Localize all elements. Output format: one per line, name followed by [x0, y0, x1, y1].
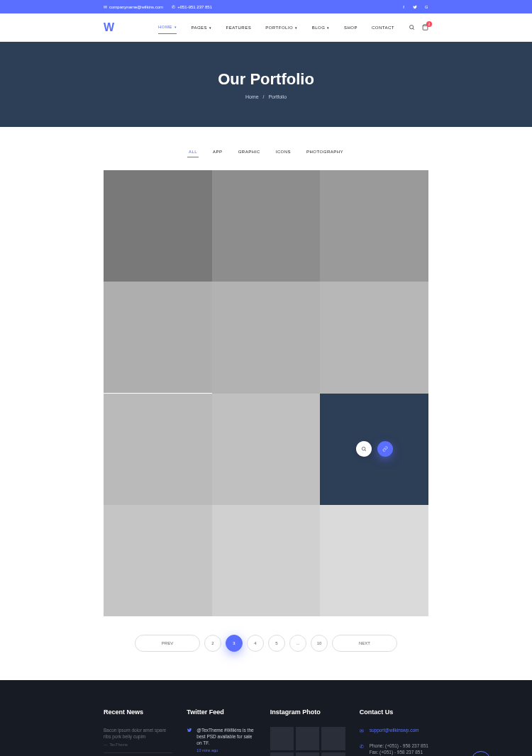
topbar-email[interactable]: ✉ companyname@wilkins.com [104, 4, 163, 9]
filter-graphic[interactable]: GRAPHIC [237, 147, 262, 157]
logo[interactable]: W [104, 21, 114, 34]
footer-contact-title: Contact Us [360, 708, 428, 716]
topbar-phone[interactable]: ✆ +051-951 237 851 [172, 4, 212, 9]
chevron-down-icon: ▾ [174, 25, 177, 29]
portfolio-filters: ALL APP GRAPHIC ICONS PHOTOGRAPHY [0, 127, 532, 170]
svg-line-4 [365, 450, 366, 451]
nav-pages[interactable]: PAGES▾ [191, 21, 211, 34]
portfolio-grid [104, 170, 428, 616]
portfolio-item[interactable] [320, 505, 428, 616]
footer-twitter: Twitter Feed @TexTheme #Wilkins is the b… [187, 708, 255, 756]
portfolio-item[interactable] [320, 282, 428, 393]
mail-icon: ✉ [104, 4, 107, 9]
svg-point-0 [410, 26, 414, 29]
footer-contact: Contact Us ✉ support@wilkinswp.com ✆ Pho… [360, 708, 428, 756]
footer: Recent News Bacon ipsum dolor amet spare… [0, 680, 532, 756]
filter-app[interactable]: APP [211, 147, 224, 157]
nav-shop[interactable]: SHOP [344, 21, 358, 34]
breadcrumb-sep: / [263, 94, 265, 99]
portfolio-item[interactable] [320, 170, 428, 282]
portfolio-item[interactable] [212, 505, 321, 616]
nav-blog[interactable]: BLOG▾ [312, 21, 330, 34]
instagram-thumb[interactable] [296, 752, 319, 756]
instagram-thumb[interactable] [270, 727, 294, 750]
footer-news-title: Recent News [104, 708, 172, 716]
scroll-top-button[interactable]: ⌃ [471, 751, 491, 756]
instagram-thumb[interactable] [270, 752, 294, 756]
zoom-icon[interactable] [356, 441, 372, 457]
portfolio-item[interactable] [104, 170, 212, 282]
breadcrumb-current: Portfolio [268, 94, 287, 99]
cart-badge: 2 [426, 21, 432, 27]
topbar-phone-text: +051-951 237 851 [177, 5, 212, 9]
link-icon[interactable] [377, 441, 393, 457]
breadcrumb: Home / Portfolio [245, 94, 287, 99]
phone-icon: ✆ [172, 4, 175, 9]
chevron-down-icon: ▾ [327, 26, 330, 30]
contact-phone: Phone: (+051) - 958 237 851 Fax: (+051) … [370, 743, 428, 757]
page-2[interactable]: 2 [204, 635, 221, 652]
nav-portfolio[interactable]: PORTFOLIO▾ [265, 21, 298, 34]
portfolio-item[interactable] [212, 394, 321, 505]
breadcrumb-home[interactable]: Home [245, 94, 259, 99]
page-ellipsis: ... [289, 635, 306, 652]
nav-contact[interactable]: CONTACT [372, 21, 394, 34]
instagram-thumb[interactable] [321, 727, 345, 750]
tweet-item[interactable]: @TexTheme #Wilkins is the best PSD avail… [187, 727, 255, 752]
facebook-icon[interactable]: f [401, 5, 406, 9]
search-icon[interactable] [409, 24, 415, 30]
topbar: ✉ companyname@wilkins.com ✆ +051-951 237… [0, 0, 532, 13]
instagram-grid [270, 727, 345, 756]
main-nav: HOME▾ PAGES▾ FEATURES PORTFOLIO▾ BLOG▾ S… [158, 21, 394, 34]
cart-icon[interactable]: 2 [422, 24, 428, 30]
portfolio-item[interactable] [104, 394, 212, 505]
mail-icon: ✉ [360, 728, 364, 735]
topbar-email-text: companyname@wilkins.com [109, 5, 163, 9]
contact-email[interactable]: support@wilkinswp.com [370, 728, 419, 733]
svg-point-3 [362, 447, 365, 450]
filter-all[interactable]: ALL [187, 147, 199, 157]
page-10[interactable]: 10 [311, 635, 328, 652]
google-icon[interactable]: G [424, 5, 428, 9]
portfolio-item[interactable] [212, 282, 321, 393]
portfolio-item-hover[interactable] [320, 394, 428, 505]
instagram-thumb[interactable] [296, 727, 319, 750]
chevron-down-icon: ▾ [295, 26, 298, 30]
footer-twitter-title: Twitter Feed [187, 708, 255, 716]
svg-line-1 [413, 28, 414, 30]
instagram-thumb[interactable] [321, 752, 345, 756]
page-4[interactable]: 4 [247, 635, 264, 652]
twitter-icon[interactable] [413, 5, 417, 9]
footer-news: Recent News Bacon ipsum dolor amet spare… [104, 708, 172, 756]
page-title: Our Portfolio [218, 70, 314, 89]
portfolio-item[interactable] [104, 505, 212, 616]
next-button[interactable]: NEXT [332, 635, 397, 652]
nav-home[interactable]: HOME▾ [158, 21, 177, 34]
footer-instagram: Instagram Photo View More [270, 708, 345, 756]
twitter-icon [187, 728, 192, 752]
portfolio-item[interactable] [212, 170, 321, 282]
header: W HOME▾ PAGES▾ FEATURES PORTFOLIO▾ BLOG▾… [0, 13, 532, 42]
phone-icon: ✆ [360, 743, 364, 757]
pagination: PREV 2 3 4 5 ... 10 NEXT [0, 616, 532, 680]
news-item[interactable]: Bacon ipsum dolor amet spare ribs pork b… [104, 727, 172, 753]
portfolio-item[interactable] [104, 282, 212, 393]
filter-icons[interactable]: ICONS [274, 147, 292, 157]
chevron-down-icon: ▾ [209, 26, 212, 30]
page-5[interactable]: 5 [268, 635, 285, 652]
page-3[interactable]: 3 [226, 635, 243, 652]
hero: Our Portfolio Home / Portfolio [0, 42, 532, 127]
footer-instagram-title: Instagram Photo [270, 708, 345, 716]
filter-photography[interactable]: PHOTOGRAPHY [305, 147, 345, 157]
prev-button[interactable]: PREV [135, 635, 200, 652]
nav-features[interactable]: FEATURES [226, 21, 252, 34]
